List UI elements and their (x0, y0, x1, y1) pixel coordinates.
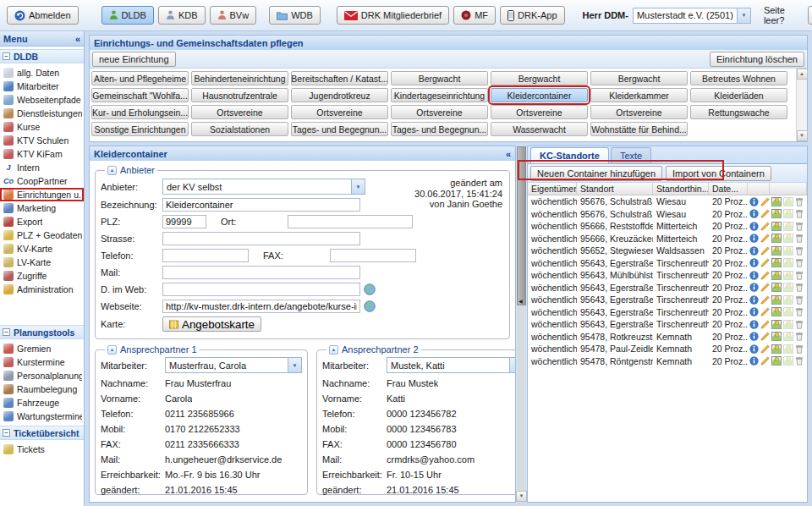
sidebar-item[interactable]: Dienstleistungen (0, 107, 84, 120)
edit-pencil-icon[interactable] (760, 222, 770, 231)
sidebar-item[interactable]: Webseitenpfade (0, 93, 84, 107)
table-row[interactable]: wöchentlich 95676, Schulstraß... Wiesau … (528, 195, 807, 208)
sidebar-item[interactable]: Administration (0, 283, 84, 296)
facility-button[interactable]: Ortsvereine (391, 105, 488, 119)
info-icon[interactable] (749, 344, 759, 354)
sidebar-item[interactable]: Raumbelegung (0, 382, 84, 396)
scroll-up-icon[interactable] (797, 69, 808, 80)
map-faded-icon[interactable] (783, 234, 793, 243)
table-row[interactable]: wöchentlich 95478, Rotkreuzstr... Kemnat… (528, 331, 807, 344)
facility-button[interactable]: Kleiderkammer (590, 88, 688, 102)
facility-button[interactable]: Kindertageseinrichtung (391, 88, 488, 102)
info-icon[interactable] (749, 222, 759, 231)
map-faded-icon[interactable] (783, 344, 793, 354)
table-row[interactable]: wöchentlich 95478, Paul-Zeidle... Kemnat… (528, 343, 807, 355)
info-icon[interactable] (749, 271, 759, 280)
map-icon[interactable] (771, 320, 782, 329)
map-icon[interactable] (771, 344, 782, 354)
sidebar-item[interactable]: Fahrzeuge (0, 396, 84, 410)
facility-button[interactable]: Alten- und Pflegeheime (91, 71, 189, 85)
delete-trash-icon[interactable] (795, 295, 804, 305)
sidebar-item[interactable]: KTV Schulen (0, 134, 84, 147)
collapse-fieldset-icon[interactable] (107, 345, 117, 355)
scrollbar-thumb[interactable] (517, 146, 526, 305)
fax-field[interactable] (330, 249, 416, 262)
facility-button[interactable]: Jugendrotkreuz (291, 88, 388, 102)
sidebar-item[interactable]: Co CoopPartner (0, 174, 84, 188)
map-icon[interactable] (771, 356, 782, 366)
globe-icon[interactable] (364, 283, 376, 295)
section-dldb[interactable]: DLDB (0, 49, 84, 63)
facility-button[interactable]: Ortsvereine (191, 105, 288, 119)
delete-trash-icon[interactable] (795, 307, 804, 316)
facility-button[interactable]: Betreutes Wohnen (690, 71, 787, 85)
facility-button[interactable]: Sonstige Einrichtungen (91, 122, 189, 136)
map-faded-icon[interactable] (783, 197, 793, 206)
sidebar-item[interactable]: Zugriffe (0, 269, 84, 283)
sidebar-item[interactable]: Export (0, 215, 84, 228)
map-faded-icon[interactable] (783, 295, 793, 305)
collapse-sidebar-icon[interactable] (75, 34, 80, 44)
facility-button[interactable]: Sozialstationen (191, 122, 288, 136)
telefon-field[interactable] (162, 249, 249, 262)
sidebar-item[interactable]: KV-Karte (0, 242, 84, 256)
table-row[interactable]: wöchentlich 95643, Egerstraße ... Tirsch… (528, 282, 807, 294)
kdb-app-button[interactable]: KDB (158, 6, 206, 25)
facility-button[interactable]: Tages- und Begegnun... (291, 122, 388, 136)
map-faded-icon[interactable] (783, 332, 793, 341)
bvw-app-button[interactable]: BVw (210, 6, 257, 25)
edit-pencil-icon[interactable] (760, 356, 770, 366)
table-row[interactable]: wöchentlich 95643, Egerstraße ... Tirsch… (528, 318, 807, 331)
map-icon[interactable] (771, 295, 782, 305)
map-faded-icon[interactable] (783, 320, 793, 329)
tab-texte[interactable]: Texte (611, 147, 651, 163)
facility-button[interactable]: Wasserwacht (491, 122, 588, 136)
edit-pencil-icon[interactable] (760, 234, 770, 243)
webseite-field[interactable] (162, 300, 360, 313)
globe-icon[interactable] (364, 300, 376, 312)
table-row[interactable]: wöchentlich 95643, Egerstraße ... Tirsch… (528, 294, 807, 306)
info-icon[interactable] (749, 283, 759, 292)
column-standorthinweis[interactable]: Standorthin... (653, 183, 709, 195)
tree-collapse-icon[interactable] (3, 429, 10, 437)
section-ticketuebersicht[interactable]: Ticketübersicht (0, 426, 84, 440)
new-facility-button[interactable]: neue Einrichtung (92, 52, 176, 67)
facility-button[interactable]: Ortsvereine (590, 105, 688, 119)
sidebar-item[interactable]: Kurstermine (0, 355, 84, 369)
info-icon[interactable] (749, 197, 759, 206)
edit-pencil-icon[interactable] (760, 271, 770, 280)
info-icon[interactable] (749, 356, 759, 366)
strasse-field[interactable] (162, 232, 360, 245)
mail-field[interactable] (162, 266, 360, 279)
map-icon[interactable] (771, 332, 782, 341)
delete-trash-icon[interactable] (795, 332, 804, 341)
info-icon[interactable] (749, 307, 759, 316)
delete-facility-button[interactable]: Einrichtung löschen (710, 52, 804, 67)
facility-button[interactable]: Ortsvereine (491, 105, 588, 119)
map-faded-icon[interactable] (783, 271, 793, 280)
mitarbeiter-select[interactable]: Musterfrau, Carola (165, 357, 302, 373)
sidebar-item[interactable]: Wartungstermine (0, 410, 84, 423)
map-faded-icon[interactable] (783, 246, 793, 256)
mitarbeiter-select[interactable]: Mustek, Katti (387, 357, 515, 373)
map-faded-icon[interactable] (783, 222, 793, 231)
info-icon[interactable] (749, 332, 759, 341)
plz-field[interactable] (162, 215, 206, 228)
info-icon[interactable] (749, 246, 759, 256)
info-icon[interactable] (749, 258, 759, 267)
delete-trash-icon[interactable] (795, 344, 804, 354)
wdb-app-button[interactable]: WDB (269, 6, 321, 25)
delete-trash-icon[interactable] (795, 356, 804, 366)
column-eigentuemer[interactable]: Eigentümer (528, 183, 577, 195)
scroll-down-icon[interactable] (797, 130, 808, 141)
map-icon[interactable] (771, 283, 782, 292)
facility-button[interactable]: Hausnotrufzentrale (191, 88, 288, 102)
sidebar-item[interactable]: Mitarbeiter (0, 80, 84, 93)
map-faded-icon[interactable] (783, 283, 793, 292)
facility-button[interactable]: Kleiderläden (690, 88, 787, 102)
map-faded-icon[interactable] (783, 307, 793, 316)
sidebar-item[interactable]: Marketing (0, 201, 84, 215)
angebotskarte-button[interactable]: Angebotskarte (162, 316, 261, 332)
facility-button[interactable]: Bereitschaften / Katast... (291, 71, 388, 85)
ort-field[interactable] (288, 215, 413, 228)
